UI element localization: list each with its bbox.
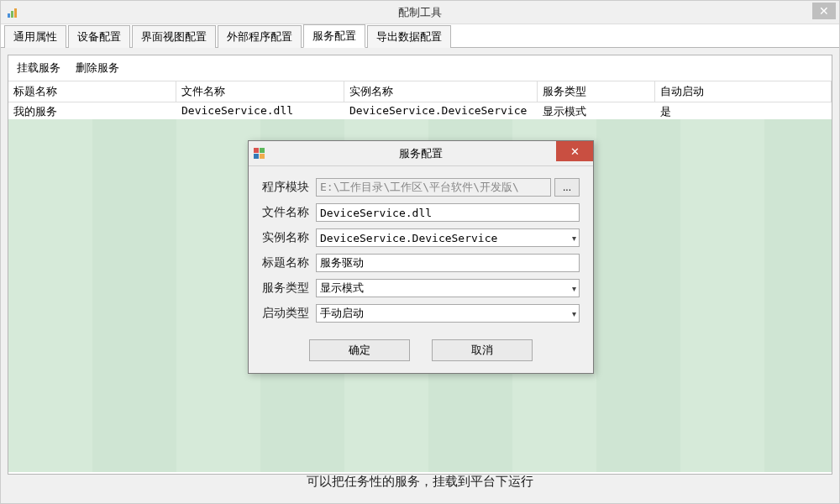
row-module: 程序模块 ... — [262, 178, 580, 197]
label-type: 服务类型 — [262, 281, 316, 296]
cell-file: DeviceService.dll — [176, 102, 344, 121]
remove-service-button[interactable]: 删除服务 — [76, 60, 119, 76]
service-toolbar: 挂载服务 删除服务 — [8, 55, 832, 81]
label-startup: 启动类型 — [262, 306, 316, 321]
table-row[interactable]: 我的服务 DeviceService.dll DeviceService.Dev… — [8, 102, 832, 121]
dialog-title: 服务配置 — [249, 146, 593, 161]
type-select[interactable] — [316, 279, 580, 297]
tab-view[interactable]: 界面视图配置 — [132, 25, 216, 48]
main-titlebar: 配制工具 ✕ — [1, 1, 839, 24]
cell-instance: DeviceService.DeviceService — [344, 102, 538, 121]
cell-title: 我的服务 — [8, 102, 176, 121]
label-title: 标题名称 — [262, 255, 316, 270]
col-header-title[interactable]: 标题名称 — [8, 81, 176, 102]
label-instance: 实例名称 — [262, 230, 316, 245]
cancel-button[interactable]: 取消 — [432, 339, 533, 361]
col-header-type[interactable]: 服务类型 — [538, 81, 655, 102]
cell-type: 显示模式 — [538, 102, 655, 121]
row-type: 服务类型 ▾ — [262, 279, 580, 297]
dialog-titlebar[interactable]: 服务配置 ✕ — [249, 141, 593, 166]
footer-hint: 可以把任务性的服务，挂载到平台下运行 — [1, 474, 839, 490]
label-file: 文件名称 — [262, 205, 316, 220]
module-input[interactable] — [316, 178, 551, 197]
dialog-close-button[interactable]: ✕ — [556, 141, 593, 161]
mount-service-button[interactable]: 挂载服务 — [17, 60, 60, 76]
tab-general[interactable]: 通用属性 — [4, 25, 66, 48]
tab-service[interactable]: 服务配置 — [303, 24, 365, 48]
cell-autostart: 是 — [655, 102, 832, 121]
row-startup: 启动类型 ▾ — [262, 304, 580, 323]
col-header-instance[interactable]: 实例名称 — [344, 81, 538, 102]
file-input[interactable] — [316, 203, 580, 222]
tab-external[interactable]: 外部程序配置 — [218, 25, 302, 48]
main-window: 配制工具 ✕ 通用属性 设备配置 界面视图配置 外部程序配置 服务配置 导出数据… — [0, 0, 840, 504]
row-file: 文件名称 — [262, 203, 580, 222]
startup-select[interactable] — [316, 304, 580, 323]
title-input[interactable] — [316, 254, 580, 272]
window-close-button[interactable]: ✕ — [812, 3, 836, 19]
row-instance: 实例名称 ▾ — [262, 228, 580, 247]
close-icon: ✕ — [819, 4, 829, 18]
col-header-file[interactable]: 文件名称 — [176, 81, 344, 102]
tab-export[interactable]: 导出数据配置 — [367, 25, 451, 48]
col-header-autostart[interactable]: 自动启动 — [655, 81, 832, 102]
grid-header: 标题名称 文件名称 实例名称 服务类型 自动启动 — [8, 81, 832, 102]
ok-button[interactable]: 确定 — [309, 339, 410, 361]
dialog-body: 程序模块 ... 文件名称 实例名称 ▾ 标题名称 服务类型 — [249, 166, 593, 334]
close-icon: ✕ — [570, 145, 580, 158]
browse-button[interactable]: ... — [554, 178, 580, 197]
window-title: 配制工具 — [1, 5, 839, 20]
tab-device[interactable]: 设备配置 — [68, 25, 130, 48]
main-tabs: 通用属性 设备配置 界面视图配置 外部程序配置 服务配置 导出数据配置 — [1, 24, 839, 48]
service-config-dialog: 服务配置 ✕ 程序模块 ... 文件名称 实例名称 ▾ — [248, 140, 594, 374]
dialog-buttons: 确定 取消 — [249, 334, 593, 373]
instance-select[interactable] — [316, 228, 580, 247]
row-title: 标题名称 — [262, 254, 580, 272]
label-module: 程序模块 — [262, 180, 316, 195]
